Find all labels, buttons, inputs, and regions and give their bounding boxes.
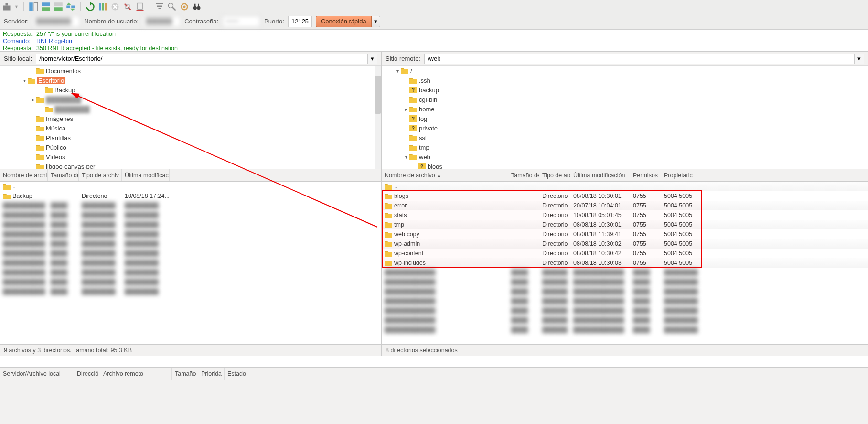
binoculars-icon[interactable] [192, 2, 202, 11]
list-item[interactable]: ██████████████████████████████ [0, 268, 381, 277]
list-item[interactable]: ████████████████████████████████████████… [382, 296, 868, 306]
toggle-remote-icon[interactable] [41, 2, 51, 11]
user-input[interactable] [142, 16, 181, 27]
search-icon[interactable] [180, 2, 189, 11]
filter-icon[interactable] [155, 2, 164, 11]
column-header[interactable]: Permisos [630, 169, 661, 181]
tree-node[interactable]: ssl [382, 133, 868, 142]
list-item[interactable]: ██████████████████████████████ [0, 287, 381, 296]
process-queue-icon[interactable] [98, 2, 107, 11]
remote-path-dropdown[interactable]: ▾ [855, 54, 864, 64]
site-manager-icon[interactable] [2, 2, 11, 11]
port-input[interactable] [288, 16, 312, 27]
column-header[interactable]: Tamaño de [508, 169, 539, 181]
quickconnect-dropdown[interactable]: ▾ [372, 16, 380, 27]
column-header[interactable]: Servidor/Archivo local [0, 368, 74, 380]
list-item[interactable]: ██████████████████████████████ [0, 201, 381, 210]
list-item[interactable]: web copyDirectorio08/08/18 11:39:4107555… [382, 229, 868, 239]
host-input[interactable] [32, 16, 80, 27]
list-item[interactable]: ██████████████████████████████ [0, 220, 381, 229]
tree-node[interactable]: ▸████████ [0, 95, 381, 104]
local-path-input[interactable] [36, 54, 368, 64]
toggle-transfer-icon[interactable] [54, 2, 63, 11]
list-item[interactable]: ██████████████████████████████ [0, 249, 381, 258]
remote-file-list[interactable]: ..blogsDirectorio08/08/18 10:30:01075550… [382, 182, 868, 344]
column-header[interactable]: Direcció [74, 368, 100, 380]
refresh-icon[interactable] [86, 2, 95, 11]
column-header[interactable]: Nombre de archiv [0, 169, 48, 181]
remote-tree[interactable]: ▾/.ssh?backupcgi-bin▸home?log?privatessl… [382, 66, 868, 169]
column-header[interactable]: Estado [225, 368, 253, 380]
tree-node[interactable]: ▾/ [382, 66, 868, 76]
column-header[interactable]: Nombre de archivo▲ [382, 169, 508, 181]
list-item[interactable]: ██████████████████████████████ [0, 210, 381, 220]
list-item[interactable]: ██████████████████████████████ [0, 229, 381, 239]
tree-node[interactable]: Imágenes [0, 114, 381, 123]
tree-node[interactable]: .ssh [382, 76, 868, 85]
quickconnect-button[interactable]: Conexión rápida [316, 16, 372, 27]
local-path-dropdown[interactable]: ▾ [368, 54, 377, 64]
list-item[interactable]: ████████████████████████████████████████… [382, 268, 868, 277]
list-item[interactable]: ████████████████████████████████████████… [382, 306, 868, 315]
local-tree-scrollbar[interactable] [375, 66, 381, 169]
list-item[interactable]: errorDirectorio20/07/18 10:04:0107555004… [382, 201, 868, 210]
list-item[interactable]: BackupDirectorio10/08/18 17:24... [0, 191, 381, 201]
tree-node[interactable]: ▸home [382, 104, 868, 114]
tree-node[interactable]: Vídeos [0, 152, 381, 162]
folder-icon [385, 202, 392, 209]
column-header[interactable]: Tamaño de [48, 169, 79, 181]
list-item[interactable]: tmpDirectorio08/08/18 10:30:0107555004 5… [382, 220, 868, 229]
cancel-icon[interactable] [110, 2, 120, 11]
column-header[interactable]: Última modificac [122, 169, 170, 181]
sync-browse-icon[interactable] [66, 2, 75, 11]
tree-node[interactable]: Backup [0, 85, 381, 95]
tree-node[interactable]: ?private [382, 123, 868, 133]
tree-node[interactable]: ▾web [382, 152, 868, 162]
tree-node[interactable]: Plantillas [0, 133, 381, 142]
pass-input[interactable] [222, 16, 260, 27]
tree-node[interactable]: tmp [382, 142, 868, 152]
list-item[interactable]: ██████████████████████████████ [0, 277, 381, 287]
folder-icon [409, 96, 417, 103]
tree-node[interactable]: Música [0, 123, 381, 133]
local-tree[interactable]: Documentos▾EscritorioBackup▸████████████… [0, 66, 381, 169]
column-header[interactable]: Última modificación [570, 169, 630, 181]
tree-node[interactable]: ?log [382, 114, 868, 123]
reconnect-icon[interactable] [135, 2, 145, 11]
tree-node[interactable]: ?backup [382, 85, 868, 95]
tree-node[interactable]: cgi-bin [382, 95, 868, 104]
tree-node[interactable]: ▾Escritorio [0, 76, 381, 85]
dropdown-icon[interactable]: ▼ [14, 4, 19, 9]
column-header[interactable]: Archivo remoto [100, 368, 172, 380]
list-item[interactable]: wp-adminDirectorio08/08/18 10:30:0207555… [382, 239, 868, 249]
tree-node[interactable]: ████████ [0, 104, 381, 114]
list-item[interactable]: ██████████████████████████████ [0, 258, 381, 268]
column-header[interactable]: Propietaric [661, 169, 699, 181]
column-header[interactable]: Tipo de arc [539, 169, 570, 181]
list-item[interactable]: .. [382, 182, 868, 191]
message-log[interactable]: Respuesta:257 "/" is your current locati… [0, 30, 868, 52]
local-path-label: Sitio local: [4, 55, 32, 62]
column-header[interactable]: Priorida [198, 368, 225, 380]
list-item[interactable]: ████████████████████████████████████████… [382, 287, 868, 296]
column-header[interactable]: Tamaño [172, 368, 198, 380]
column-header[interactable]: Tipo de archiv [79, 169, 122, 181]
tree-node[interactable]: Documentos [0, 66, 381, 76]
dir-compare-icon[interactable] [167, 2, 177, 11]
list-item[interactable]: blogsDirectorio08/08/18 10:30:0107555004… [382, 191, 868, 201]
tree-node[interactable]: ?blogs [382, 162, 868, 169]
local-file-list[interactable]: ..BackupDirectorio10/08/18 17:24...█████… [0, 182, 381, 344]
list-item[interactable]: ████████████████████████████████████████… [382, 325, 868, 335]
list-item[interactable]: .. [0, 182, 381, 191]
list-item[interactable]: statsDirectorio10/08/18 05:01:4507555004… [382, 210, 868, 220]
list-item[interactable]: wp-contentDirectorio08/08/18 10:30:42075… [382, 249, 868, 258]
tree-node[interactable]: libgoo-canvas-perl [0, 162, 381, 169]
list-item[interactable]: wp-includesDirectorio08/08/18 10:30:0307… [382, 258, 868, 268]
toggle-local-icon[interactable] [29, 2, 38, 11]
remote-path-input[interactable] [424, 54, 855, 64]
tree-node[interactable]: Público [0, 142, 381, 152]
list-item[interactable]: ████████████████████████████████████████… [382, 277, 868, 287]
disconnect-icon[interactable] [123, 2, 132, 11]
list-item[interactable]: ████████████████████████████████████████… [382, 315, 868, 325]
list-item[interactable]: ██████████████████████████████ [0, 239, 381, 249]
